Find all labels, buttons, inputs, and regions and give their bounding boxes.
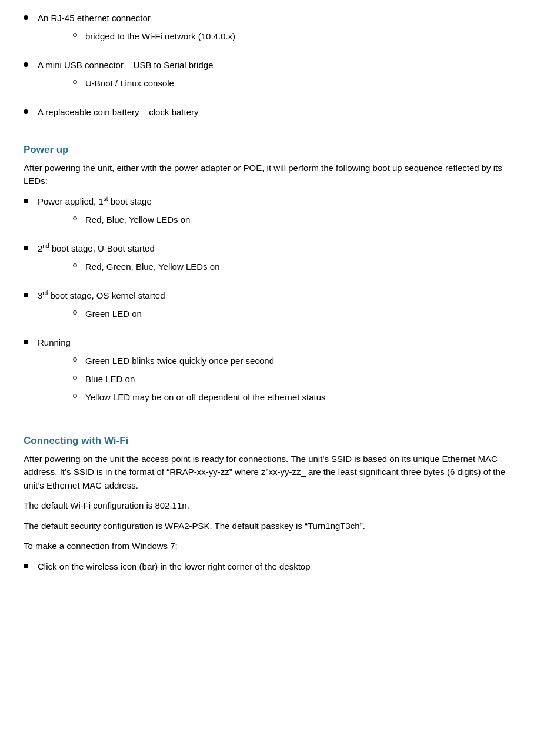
wifi-para3: The default security configuration is WP… [24, 520, 513, 533]
bullet-text: An RJ-45 ethernet connector bridged to t… [38, 12, 513, 48]
bullet-text: 3rd boot stage, OS kernel started Green … [38, 289, 513, 326]
list-item: 2nd boot stage, U-Boot started Red, Gree… [24, 242, 513, 279]
power-up-section: Power up After powering the unit, either… [24, 143, 513, 409]
sub-list-item: Yellow LED may be on or off dependent of… [38, 391, 513, 403]
bullet-label: A mini USB connector – USB to Serial bri… [38, 60, 213, 70]
bullet-text: Power applied, 1st boot stage Red, Blue,… [38, 195, 513, 232]
bullet-text: Running Green LED blinks twice quickly o… [38, 336, 513, 409]
list-item: 3rd boot stage, OS kernel started Green … [24, 289, 513, 326]
sub-bullet-circle [73, 310, 77, 315]
bullet-dot [24, 199, 28, 203]
bullet-dot [24, 340, 28, 344]
bullet-dot [24, 564, 28, 568]
sub-list-item: U-Boot / Linux console [38, 77, 513, 89]
sub-bullet-text: Green LED on [85, 307, 513, 320]
sub-list: Green LED on [38, 307, 513, 320]
sub-bullet-circle [73, 376, 77, 380]
wifi-section: Connecting with Wi-Fi After powering on … [24, 434, 513, 573]
list-item: A replaceable coin battery – clock batte… [24, 106, 513, 118]
sub-bullet-text: bridged to the Wi-Fi network (10.4.0.x) [85, 30, 513, 42]
list-item: A mini USB connector – USB to Serial bri… [24, 59, 513, 95]
bullet-dot [24, 62, 28, 67]
sub-list-item: Green LED blinks twice quickly once per … [38, 354, 513, 367]
bullet-dot [24, 15, 28, 20]
power-up-heading: Power up [24, 143, 513, 157]
power-up-intro: After powering the unit, either with the… [24, 162, 513, 188]
superscript: st [104, 196, 108, 202]
bullet-label: An RJ-45 ethernet connector [38, 13, 151, 23]
wifi-item-1: Click on the wireless icon (bar) in the … [38, 561, 311, 571]
bullet-label: A replaceable coin battery – clock batte… [38, 107, 199, 117]
bullet-dot [24, 293, 28, 297]
wifi-para4: To make a connection from Windows 7: [24, 540, 513, 553]
sub-bullet-circle [73, 394, 77, 398]
sub-list-item: Red, Green, Blue, Yellow LEDs on [38, 260, 513, 273]
sub-bullet-circle [73, 357, 77, 362]
sub-bullet-text: Yellow LED may be on or off dependent of… [85, 391, 513, 403]
power-item-2-text: 2nd boot stage, U-Boot started [38, 243, 155, 253]
top-bullet-list: An RJ-45 ethernet connector bridged to t… [24, 12, 513, 118]
bullet-text: Click on the wireless icon (bar) in the … [38, 560, 513, 573]
sub-list: bridged to the Wi-Fi network (10.4.0.x) [38, 30, 513, 42]
superscript: rd [42, 290, 48, 296]
wifi-heading: Connecting with Wi-Fi [24, 434, 513, 448]
wifi-para1: After powering on the unit the access po… [24, 453, 513, 493]
list-item: An RJ-45 ethernet connector bridged to t… [24, 12, 513, 48]
sub-list: Red, Blue, Yellow LEDs on [38, 213, 513, 226]
list-item: Running Green LED blinks twice quickly o… [24, 336, 513, 409]
sub-bullet-circle [73, 263, 77, 267]
sub-list-item: Red, Blue, Yellow LEDs on [38, 213, 513, 226]
wifi-bullet-list: Click on the wireless icon (bar) in the … [24, 560, 513, 573]
sub-bullet-text: Blue LED on [85, 373, 513, 385]
sub-bullet-circle [73, 216, 77, 220]
bullet-text: 2nd boot stage, U-Boot started Red, Gree… [38, 242, 513, 279]
bullet-dot [24, 109, 28, 114]
superscript: nd [42, 243, 49, 249]
sub-bullet-text: Red, Blue, Yellow LEDs on [85, 213, 513, 226]
power-item-3-text: 3rd boot stage, OS kernel started [38, 290, 165, 300]
sub-list: U-Boot / Linux console [38, 77, 513, 89]
sub-list-item: Blue LED on [38, 373, 513, 385]
sub-list: Green LED blinks twice quickly once per … [38, 354, 513, 403]
sub-list-item: Green LED on [38, 307, 513, 320]
power-up-list: Power applied, 1st boot stage Red, Blue,… [24, 195, 513, 409]
list-item: Power applied, 1st boot stage Red, Blue,… [24, 195, 513, 232]
sub-bullet-text: U-Boot / Linux console [85, 77, 513, 89]
bullet-text: A mini USB connector – USB to Serial bri… [38, 59, 513, 95]
sub-bullet-text: Green LED blinks twice quickly once per … [85, 354, 513, 367]
list-item: Click on the wireless icon (bar) in the … [24, 560, 513, 573]
sub-bullet-circle [73, 80, 77, 84]
power-item-4-text: Running [38, 337, 71, 347]
power-item-1-text: Power applied, 1st boot stage [38, 196, 152, 206]
bullet-dot [24, 246, 28, 250]
sub-list-item: bridged to the Wi-Fi network (10.4.0.x) [38, 30, 513, 42]
sub-bullet-text: Red, Green, Blue, Yellow LEDs on [85, 260, 513, 273]
sub-list: Red, Green, Blue, Yellow LEDs on [38, 260, 513, 273]
sub-bullet-circle [73, 33, 77, 37]
wifi-para2: The default Wi-Fi configuration is 802.1… [24, 499, 513, 513]
bullet-text: A replaceable coin battery – clock batte… [38, 106, 513, 118]
